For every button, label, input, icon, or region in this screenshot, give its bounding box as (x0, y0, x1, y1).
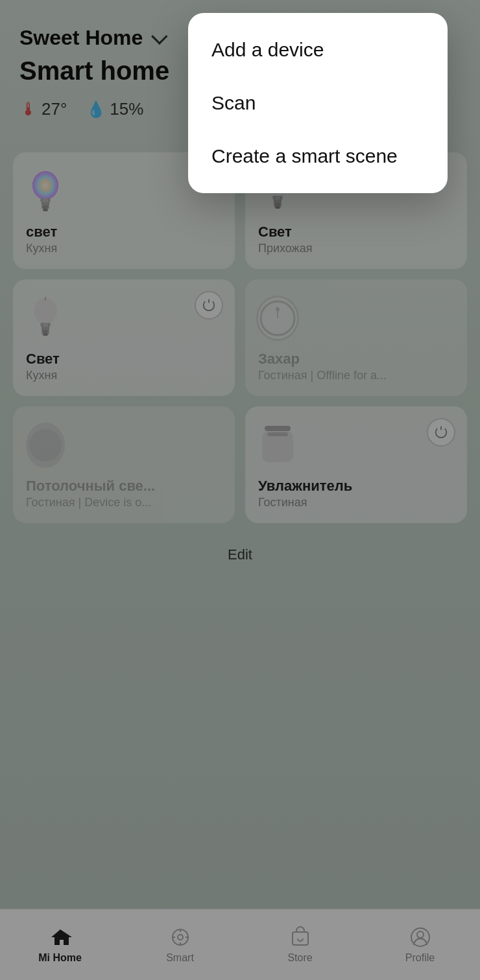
popup-item-scan[interactable]: Scan (211, 76, 424, 130)
popup-item-create-scene[interactable]: Create a smart scene (211, 130, 424, 167)
popup-item-add-device[interactable]: Add a device (211, 39, 424, 76)
popup-menu: Add a device Scan Create a smart scene (188, 13, 448, 193)
popup-item-create-scene-text: Create a smart scene (211, 145, 398, 167)
